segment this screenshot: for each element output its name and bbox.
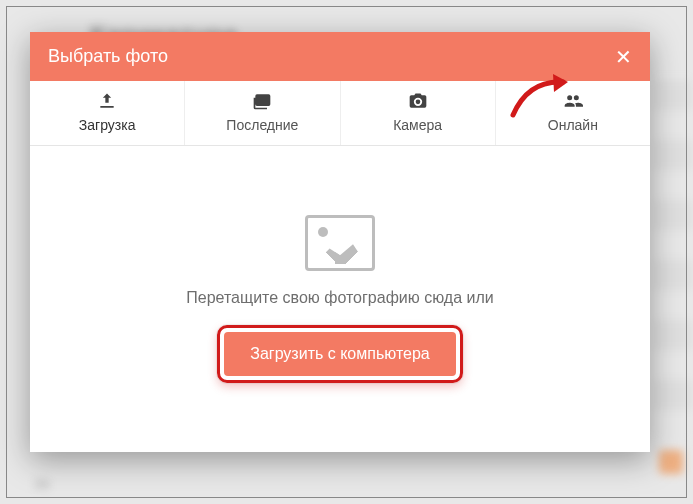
drop-area[interactable]: Перетащите свою фотографию сюда или Загр… (30, 146, 650, 452)
bg-orange-badge (659, 450, 683, 474)
tabs: Загрузка Последние Камера Онлайн (30, 81, 650, 146)
image-placeholder-icon (305, 215, 375, 271)
tab-label: Загрузка (79, 117, 136, 133)
tab-label: Камера (393, 117, 442, 133)
close-icon[interactable]: ✕ (615, 47, 632, 67)
tab-label: Онлайн (548, 117, 598, 133)
tab-camera[interactable]: Камера (341, 81, 496, 145)
tab-label: Последние (226, 117, 298, 133)
tab-online[interactable]: Онлайн (496, 81, 650, 145)
upload-button-highlight: Загрузить с компьютера (217, 325, 463, 383)
bg-sidebar-strip (653, 80, 693, 440)
modal-title: Выбрать фото (48, 46, 168, 67)
drop-instruction: Перетащите свою фотографию сюда или (186, 289, 493, 307)
images-icon (185, 91, 339, 113)
upload-icon (30, 91, 184, 113)
select-photo-modal: Выбрать фото ✕ Загрузка Последние Камера (30, 32, 650, 452)
tab-upload[interactable]: Загрузка (30, 81, 185, 145)
tab-recent[interactable]: Последние (185, 81, 340, 145)
camera-icon (341, 91, 495, 113)
bg-counter: 34 (34, 476, 50, 492)
upload-from-computer-button[interactable]: Загрузить с компьютера (224, 332, 456, 376)
modal-header: Выбрать фото ✕ (30, 32, 650, 81)
people-icon (496, 91, 650, 113)
